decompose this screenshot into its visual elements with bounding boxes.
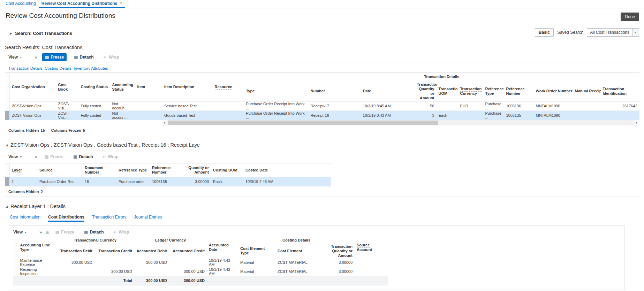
col-accounted-credit[interactable]: Accounted Credit <box>169 244 207 258</box>
row-header-column <box>13 237 18 258</box>
detach-button[interactable]: ▣ Detach <box>71 54 96 61</box>
columns-hidden-count: 2 <box>40 190 43 194</box>
col-source[interactable]: Source <box>37 163 83 177</box>
col-transaction-credit[interactable]: Transaction Credit <box>94 244 134 258</box>
col-transaction-currency[interactable]: Transaction Currency <box>458 81 483 101</box>
col-costed-date[interactable]: Costed Date <box>243 163 331 177</box>
col-source-account[interactable]: Source Account <box>355 237 388 258</box>
saved-search-label: Saved Search <box>557 30 583 35</box>
tab-cost-information[interactable]: Cost Information <box>10 215 40 222</box>
col-accounted-debit[interactable]: Accounted Debit <box>134 244 169 258</box>
total-label: Total <box>94 276 134 285</box>
freeze-button[interactable]: ▦ Freeze <box>42 53 67 61</box>
tab-review-cost-accounting-distributions[interactable]: Review Cost Accounting Distributions × <box>39 0 125 8</box>
col-reference-number[interactable]: Reference Number <box>504 81 534 101</box>
tab-cost-distributions[interactable]: Cost Distributions <box>48 215 84 222</box>
link-costing-details[interactable]: Costing Details <box>45 66 71 70</box>
receipt-layers-section-header[interactable]: ◢ ZCST-Vision Ops , ZCST-Vision Ops , Go… <box>6 142 200 148</box>
row-header-column <box>5 163 9 177</box>
scroll-right-icon[interactable]: › <box>634 120 639 125</box>
scroll-left-icon[interactable]: ‹ <box>162 120 167 125</box>
wrap-button: ↵ Wrap <box>100 153 121 160</box>
col-number[interactable]: Number <box>309 81 361 101</box>
done-button[interactable]: Done <box>621 13 639 21</box>
columns-hidden-count: 15 <box>40 128 45 132</box>
cost-transactions-table: Cost Organization Cost Book Costing Stat… <box>5 72 639 120</box>
col-accounting-line-type[interactable]: Accounting Line Type <box>18 237 56 258</box>
dropdown-icon: ▼ <box>20 56 22 59</box>
disclosure-expanded-icon[interactable]: ◢ <box>6 205 8 208</box>
link-transaction-details[interactable]: Transaction Details <box>8 66 43 70</box>
table-row-selected[interactable]: 1 Purchase Order Rec... 16 Purchase orde… <box>5 177 331 186</box>
horizontal-scrollbar[interactable]: ‹ › <box>162 120 639 125</box>
basic-button[interactable]: Basic <box>535 28 554 37</box>
view-menu-button[interactable]: View ▼ <box>13 230 27 235</box>
close-icon[interactable]: × <box>120 1 122 6</box>
col-item[interactable]: Item <box>135 73 162 101</box>
group-costing-details: Costing Details <box>238 237 355 244</box>
wrap-icon: ↵ <box>104 55 107 60</box>
col-accounting-status[interactable]: Accounting Status <box>110 73 135 101</box>
scrollbar-thumb[interactable] <box>168 121 438 125</box>
results-toolbar: View ▼ » ▦ Freeze ▣ Detach ↵ Wrap <box>5 52 639 62</box>
link-inventory-attributes[interactable]: Inventory Attributes <box>74 66 108 70</box>
table-row[interactable]: ZCST-Vision Ops ZCST-Visi... Fully coste… <box>5 101 639 111</box>
layers-toolbar: View ▼ » ▦ Freeze ▣ Detach ↵ Wrap <box>8 153 121 160</box>
table-row-selected[interactable]: ZCST-Vision Ops ZCST-Visi... Fully coste… <box>5 111 639 120</box>
freeze-icon: ▦ <box>45 154 48 159</box>
detach-button[interactable]: ▣ Detach <box>82 229 106 236</box>
chevron-down-icon[interactable]: ▼ <box>632 29 639 36</box>
tab-label: Review Cost Accounting Distributions <box>41 1 118 6</box>
col-transaction-quantity[interactable]: Transaction Quantity or Amount <box>316 244 355 258</box>
col-transaction-uom[interactable]: Transaction UOM <box>437 81 458 101</box>
columns-frozen-count: 5 <box>83 128 85 132</box>
search-section-header[interactable]: ▶ Search: Cost Transactions <box>10 31 72 36</box>
group-ledger-currency: Ledger Currency <box>134 237 207 244</box>
saved-search-select[interactable]: All Cost Transactions ▼ <box>587 28 639 37</box>
overflow-icon[interactable]: » <box>35 154 37 160</box>
col-reference-type[interactable]: Reference Type <box>116 163 150 177</box>
col-work-order-number[interactable]: Work Order Number <box>534 81 573 101</box>
col-transaction-debit[interactable]: Transaction Debit <box>56 244 94 258</box>
table-row[interactable]: Maintenance Expense 300.00 USD 300.00 US… <box>13 258 388 267</box>
col-quantity-or-amount[interactable]: Quantity or Amount <box>178 163 211 177</box>
col-cost-element-type[interactable]: Cost Element Type <box>238 244 275 258</box>
overflow-icon[interactable]: » <box>35 54 37 60</box>
col-type[interactable]: Type <box>244 81 309 101</box>
overflow-icon[interactable]: » <box>39 229 42 235</box>
total-accounted-credit: 300.00 USD <box>169 276 207 285</box>
view-menu-button[interactable]: View ▼ <box>8 154 22 159</box>
wrap-icon: ↵ <box>114 230 117 235</box>
col-reference-number[interactable]: Reference Number <box>150 163 178 177</box>
details-section-header[interactable]: ◢ Receipt Layer 1 : Details <box>6 204 66 209</box>
col-document-number[interactable]: Document Number <box>83 163 116 177</box>
col-costing-uom[interactable]: Costing UOM <box>211 163 243 177</box>
col-cost-book[interactable]: Cost Book <box>56 73 79 101</box>
freeze-button: ▦ Freeze <box>42 153 66 160</box>
tab-transaction-errors[interactable]: Transaction Errors <box>92 215 126 222</box>
dropdown-icon: ▼ <box>24 231 27 233</box>
col-transaction-quantity[interactable]: Transaction Quantity or Amount <box>415 81 437 101</box>
tab-cost-accounting[interactable]: Cost Accounting <box>3 0 39 8</box>
col-costing-status[interactable]: Costing Status <box>79 73 110 101</box>
col-reference-type[interactable]: Reference Type <box>483 81 504 101</box>
receipt-layers-title: ZCST-Vision Ops , ZCST-Vision Ops , Good… <box>10 142 200 148</box>
col-cost-organization[interactable]: Cost Organization <box>10 73 56 101</box>
detach-button[interactable]: ▣ Detach <box>71 153 95 160</box>
col-accounted-date[interactable]: Accounted Date <box>207 237 238 258</box>
col-resource[interactable]: Resource <box>213 73 244 101</box>
col-layer[interactable]: Layer <box>9 163 37 177</box>
disclosure-collapsed-icon[interactable]: ▶ <box>10 32 12 35</box>
view-menu-button[interactable]: View ▼ <box>8 55 22 60</box>
detach-icon: ▣ <box>84 230 88 235</box>
disclosure-expanded-icon[interactable]: ◢ <box>6 143 8 147</box>
col-manual-receipt[interactable]: Manual Receipt <box>573 81 601 101</box>
col-cost-element[interactable]: Cost Element <box>275 244 316 258</box>
table-row[interactable]: Receiving Inspection 300.00 USD 300.00 U… <box>13 267 388 276</box>
details-tabs: Cost Information Cost Distributions Tran… <box>10 215 162 222</box>
col-transaction-identification[interactable]: Transaction Identification <box>601 81 639 101</box>
scrollbar-track[interactable] <box>167 120 634 125</box>
tab-journal-entries[interactable]: Journal Entries <box>134 215 162 222</box>
col-item-description[interactable]: Item Description <box>162 73 213 101</box>
col-date[interactable]: Date <box>361 81 415 101</box>
